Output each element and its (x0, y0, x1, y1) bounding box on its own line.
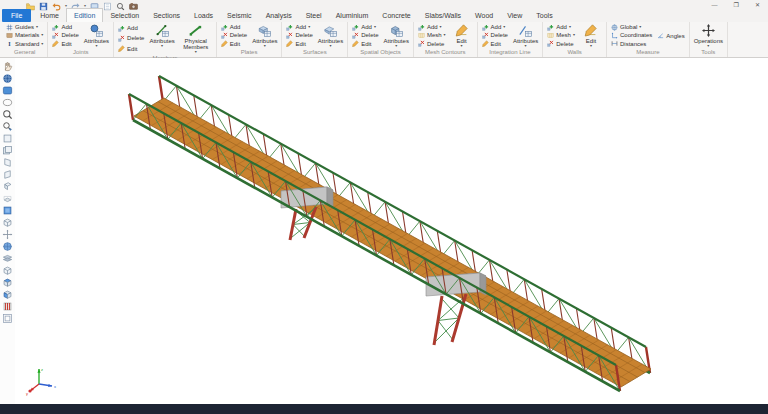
chevron-down-icon: ▾ (444, 33, 446, 37)
close-button[interactable]: ✕ (755, 2, 760, 8)
orbit-button[interactable] (2, 73, 13, 84)
chevron-down-icon: ▾ (161, 44, 163, 48)
button-operations[interactable]: Operations▾ (693, 23, 724, 48)
view-top-button[interactable] (2, 181, 13, 192)
button-attributes[interactable]: Attributes▾ (512, 23, 539, 48)
tab-wood[interactable]: Wood (468, 9, 500, 22)
display-solid-button[interactable] (2, 289, 13, 300)
button-delete[interactable]: Delete (351, 31, 379, 39)
add-icon (221, 24, 228, 31)
button-mesh[interactable]: Mesh▾ (417, 31, 447, 39)
tab-loads[interactable]: Loads (187, 9, 220, 22)
view-bottom-button[interactable] (2, 193, 13, 204)
button-add[interactable]: Add (220, 23, 248, 31)
edit-icon (352, 40, 359, 47)
button-physical-members[interactable]: Physical Members▾ (179, 23, 213, 54)
button-delete[interactable]: Delete (481, 31, 509, 39)
button-delete[interactable]: Delete (117, 34, 145, 42)
model-viewport[interactable]: zxy (15, 58, 768, 404)
button-edit[interactable]: Edit (51, 40, 79, 48)
button-column: AddDeleteEdit (220, 23, 248, 48)
tab-analysis[interactable]: Analysis (259, 9, 299, 22)
section-cut-button[interactable] (2, 301, 13, 312)
button-delete[interactable]: Delete (51, 31, 79, 39)
view-back-button[interactable] (2, 145, 13, 156)
button-edit[interactable]: Edit (481, 40, 509, 48)
button-materials[interactable]: Materials▾ (5, 31, 44, 39)
pan-button[interactable] (2, 61, 13, 72)
display-shaded-button[interactable] (2, 277, 13, 288)
edit-icon (118, 45, 125, 52)
button-label: Add (127, 25, 138, 31)
tab-concrete[interactable]: Concrete (375, 9, 417, 22)
render-mode-button[interactable] (2, 241, 13, 252)
button-angles[interactable]: Angles (656, 32, 685, 40)
tab-aluminium[interactable]: Aluminium (329, 9, 376, 22)
tab-steel[interactable]: Steel (299, 9, 329, 22)
button-attributes[interactable]: Attributes▾ (317, 23, 344, 48)
tab-file[interactable]: File (2, 9, 31, 22)
zoom-selection-button[interactable] (2, 121, 13, 132)
tab-view[interactable]: View (500, 9, 529, 22)
add-icon (52, 24, 59, 31)
button-attributes[interactable]: Attributes▾ (83, 23, 110, 48)
tab-tools[interactable]: Tools (529, 9, 559, 22)
button-column: Add▾DeleteEdit (285, 23, 313, 48)
mesh-icon (547, 32, 554, 39)
button-coordinates[interactable]: Coordinates (610, 31, 653, 39)
minimize-button[interactable]: — (712, 2, 718, 8)
button-add[interactable]: Add (51, 23, 79, 31)
button-add[interactable]: Add▾ (351, 23, 379, 31)
button-delete[interactable]: Delete (546, 40, 576, 48)
button-edit[interactable]: Edit (117, 45, 145, 53)
button-edit[interactable]: Edit (285, 40, 313, 48)
tab-home[interactable]: Home (33, 9, 66, 22)
workplane-frame-button[interactable] (2, 313, 13, 324)
tab-edition[interactable]: Edition (66, 8, 103, 22)
button-delete[interactable]: Delete (417, 40, 447, 48)
display-wireframe-button[interactable] (2, 265, 13, 276)
edit-icon (221, 40, 228, 47)
button-delete[interactable]: Delete (285, 31, 313, 39)
tab-seismic[interactable]: Seismic (220, 9, 259, 22)
tab-slabs-walls[interactable]: Slabs/Walls (418, 9, 468, 22)
button-add[interactable]: Add▾ (481, 23, 509, 31)
restore-button[interactable]: ❐ (734, 2, 739, 8)
button-edit[interactable]: Edit (220, 40, 248, 48)
button-edit[interactable]: Edit (351, 40, 379, 48)
button-guides[interactable]: Guides▾ (5, 23, 44, 31)
button-standard[interactable]: IStandard▾ (5, 40, 44, 48)
button-delete[interactable]: Delete (220, 31, 248, 39)
delete-icon (547, 40, 554, 47)
zoom-window-button[interactable] (2, 85, 13, 96)
global-icon (611, 24, 618, 31)
zoom-ellipse-button[interactable] (2, 97, 13, 108)
button-label: Delete (491, 32, 508, 38)
button-column: Add▾Mesh▾Delete (546, 23, 576, 48)
button-global[interactable]: Global▾ (610, 23, 653, 31)
button-mesh[interactable]: Mesh▾ (546, 31, 576, 39)
button-label: Add (61, 24, 72, 30)
view-left-button[interactable] (2, 157, 13, 168)
view-iso-button[interactable] (2, 205, 13, 216)
button-distances[interactable]: Distances (610, 40, 653, 48)
button-label: Distances (620, 41, 646, 47)
button-attributes[interactable]: Attributes▾ (383, 23, 410, 48)
button-attributes[interactable]: Attributes▾ (148, 23, 175, 54)
view-front-button[interactable] (2, 133, 13, 144)
button-add[interactable]: Add▾ (417, 23, 447, 31)
tab-sections[interactable]: Sections (146, 9, 187, 22)
button-edit[interactable]: Edit▾ (579, 23, 603, 48)
zoom-fit-button[interactable] (2, 229, 13, 240)
tab-selection[interactable]: Selection (103, 9, 146, 22)
view-right-button[interactable] (2, 169, 13, 180)
display-stack-button[interactable] (2, 253, 13, 264)
attributes-icon (90, 24, 103, 37)
zoom-in-button[interactable] (2, 109, 13, 120)
view-axonometric-button[interactable] (2, 217, 13, 228)
button-add[interactable]: Add▾ (546, 23, 576, 31)
button-add[interactable]: Add▾ (285, 23, 313, 31)
button-edit[interactable]: Edit▾ (450, 23, 474, 48)
button-attributes[interactable]: Attributes▾ (251, 23, 278, 48)
button-add[interactable]: Add (117, 24, 145, 32)
